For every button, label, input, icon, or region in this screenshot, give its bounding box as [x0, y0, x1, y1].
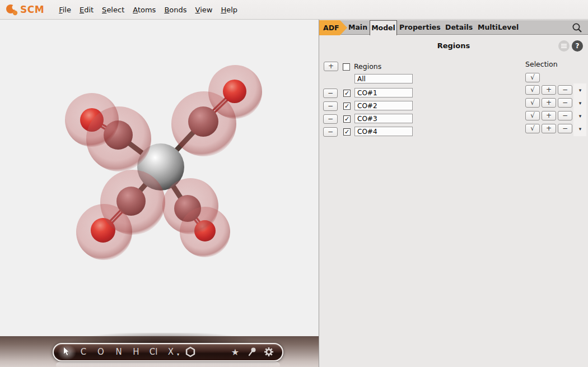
add-region-button[interactable]: + [324, 62, 338, 71]
tab-details[interactable]: Details [445, 20, 473, 35]
region-checkbox-co1[interactable]: ✓ [343, 90, 351, 97]
remove-region-button[interactable]: − [323, 114, 338, 124]
input-panel: ADF Main Model Properties Details MultiL… [319, 20, 588, 367]
menu-help[interactable]: Help [221, 6, 237, 14]
adf-input-window: SCM File Edit Select Atoms Bonds View He… [0, 0, 588, 367]
structure-tool-button[interactable]: ★ [231, 344, 239, 360]
selection-label: Selection [525, 60, 558, 68]
region-sphere [208, 65, 262, 119]
add-to-selection-button[interactable]: + [542, 111, 556, 120]
select-cursor-tool[interactable] [63, 344, 71, 360]
element-dropdown-arrow-icon[interactable]: ▾ [177, 346, 179, 363]
scm-logo: SCM [4, 2, 44, 17]
tab-properties[interactable]: Properties [399, 20, 441, 35]
selection-dropdown-arrow-icon[interactable]: ▾ [577, 87, 584, 93]
region-checkbox-co3[interactable]: ✓ [343, 115, 351, 123]
cursor-icon [63, 347, 71, 356]
menu-items: File Edit Select Atoms Bonds View Help [59, 6, 237, 14]
pin-icon [248, 347, 256, 357]
select-region-button[interactable]: √ [525, 85, 540, 95]
tab-adf[interactable]: ADF [319, 20, 347, 35]
molecule-viewer[interactable]: C O N H Cl X ▾ ★ [0, 20, 319, 367]
region-name-field-co4[interactable] [354, 127, 413, 136]
star-icon: ★ [231, 347, 239, 357]
menu-file[interactable]: File [59, 6, 71, 14]
gear-icon [263, 346, 274, 357]
add-to-selection-button[interactable]: + [542, 124, 556, 133]
menu-select[interactable]: Select [102, 6, 124, 14]
ring-tool-button[interactable] [185, 344, 196, 360]
regions-group-checkbox[interactable] [343, 63, 350, 71]
element-n-button[interactable]: N [115, 344, 122, 360]
remove-from-selection-button[interactable]: − [558, 111, 572, 120]
remove-from-selection-button[interactable]: − [558, 124, 572, 133]
selection-dropdown-arrow-icon[interactable]: ▾ [577, 113, 584, 119]
tab-main[interactable]: Main [348, 20, 367, 35]
selection-dropdown-arrow-icon[interactable]: ▾ [577, 100, 584, 106]
select-region-button[interactable]: √ [525, 124, 540, 133]
settings-tool-button[interactable] [263, 344, 274, 360]
tab-model[interactable]: Model [370, 20, 397, 35]
search-button[interactable] [571, 22, 584, 34]
scm-logo-icon [4, 2, 19, 17]
region-sphere [180, 207, 230, 257]
region-checkbox-co2[interactable]: ✓ [343, 103, 351, 110]
element-h-button[interactable]: H [133, 344, 139, 360]
region-name-field-co3[interactable] [354, 114, 413, 123]
element-o-button[interactable]: O [97, 344, 104, 360]
regions-group-label: Regions [354, 62, 381, 71]
region-sphere [76, 204, 132, 260]
remove-from-selection-button[interactable]: − [558, 98, 572, 108]
remove-region-button[interactable]: − [323, 101, 338, 111]
menu-lines-icon [561, 44, 567, 45]
region-name-field-co2[interactable] [354, 101, 413, 110]
help-button[interactable]: ? [572, 40, 583, 52]
panel-title: Regions [319, 41, 588, 50]
region-sphere [65, 93, 119, 147]
add-to-selection-button[interactable]: + [542, 98, 556, 108]
toolbar-reflection [56, 362, 280, 367]
select-region-button[interactable]: √ [525, 111, 540, 120]
viewer-floor: C O N H Cl X ▾ ★ [0, 336, 319, 367]
tab-bar: ADF Main Model Properties Details MultiL… [319, 20, 588, 35]
menu-edit[interactable]: Edit [80, 6, 94, 14]
region-checkbox-co4[interactable]: ✓ [343, 128, 351, 136]
search-icon [571, 22, 584, 34]
tab-multilevel[interactable]: MultiLevel [478, 20, 519, 35]
menu-bonds[interactable]: Bonds [164, 6, 186, 14]
menu-view[interactable]: View [195, 6, 213, 14]
element-toolbar: C O N H Cl X ▾ ★ [53, 343, 283, 361]
molecule-canvas[interactable] [0, 20, 319, 367]
add-to-selection-button[interactable]: + [542, 85, 556, 95]
menu-atoms[interactable]: Atoms [133, 6, 156, 14]
hexagon-ring-icon [185, 346, 196, 357]
select-all-button[interactable]: √ [525, 73, 540, 82]
region-name-field-co1[interactable] [354, 88, 413, 97]
element-x-button[interactable]: X [168, 344, 174, 360]
pin-tool-button[interactable] [248, 344, 256, 360]
remove-region-button[interactable]: − [323, 127, 338, 137]
menu-bar: SCM File Edit Select Atoms Bonds View He… [0, 0, 588, 20]
selection-dropdown-arrow-icon[interactable]: ▾ [577, 126, 584, 132]
element-cl-button[interactable]: Cl [150, 344, 158, 360]
remove-from-selection-button[interactable]: − [558, 85, 572, 95]
region-all-field[interactable] [354, 74, 413, 83]
panel-menu-button[interactable] [558, 40, 570, 52]
select-region-button[interactable]: √ [525, 98, 540, 108]
element-c-button[interactable]: C [81, 344, 86, 360]
remove-region-button[interactable]: − [323, 89, 338, 98]
logo-text: SCM [20, 4, 44, 15]
